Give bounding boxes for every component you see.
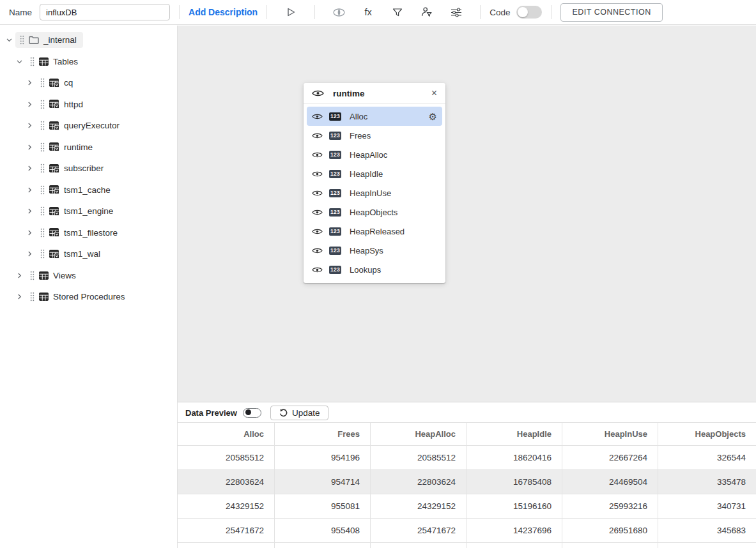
field-row-frees[interactable]: 123 Frees bbox=[307, 126, 442, 145]
drag-handle-icon[interactable] bbox=[20, 35, 24, 45]
field-label: HeapObjects bbox=[350, 208, 397, 217]
drag-handle-icon[interactable] bbox=[40, 78, 45, 88]
drag-handle-icon[interactable] bbox=[30, 271, 35, 280]
panel-header: runtime × bbox=[304, 83, 445, 104]
tree-item-internal[interactable]: _internal bbox=[0, 29, 177, 51]
tree-item-queryexecutor[interactable]: queryExecutor bbox=[0, 115, 177, 137]
chevron-right-icon[interactable] bbox=[26, 229, 34, 236]
chevron-down-icon[interactable] bbox=[15, 58, 24, 65]
chevron-right-icon[interactable] bbox=[26, 186, 34, 194]
chevron-right-icon[interactable] bbox=[26, 122, 34, 129]
tree-item-views[interactable]: Views bbox=[0, 265, 177, 287]
chevron-right-icon[interactable] bbox=[26, 208, 34, 215]
code-toggle[interactable] bbox=[516, 6, 542, 19]
table-cell: 22803624 bbox=[178, 470, 275, 494]
tree-item-tsm1-wal[interactable]: tsm1_wal bbox=[0, 243, 177, 265]
table-expand-icon bbox=[49, 121, 59, 130]
table-cell: 16785408 bbox=[467, 470, 562, 494]
close-icon[interactable]: × bbox=[431, 88, 437, 98]
field-row-heapidle[interactable]: 123 HeapIdle bbox=[307, 164, 442, 183]
tree-item-label: cq bbox=[64, 78, 73, 88]
chevron-right-icon[interactable] bbox=[15, 272, 24, 279]
number-type-icon: 123 bbox=[329, 112, 341, 121]
field-row-heapsys[interactable]: 123 HeapSys bbox=[307, 241, 442, 260]
drag-handle-icon[interactable] bbox=[30, 292, 35, 301]
eye-icon[interactable] bbox=[312, 228, 323, 235]
chevron-right-icon[interactable] bbox=[26, 144, 34, 151]
run-icon[interactable] bbox=[282, 3, 300, 21]
field-row-lookups[interactable]: 123 Lookups bbox=[307, 260, 442, 279]
tree-item-tsm1-cache[interactable]: tsm1_cache bbox=[0, 179, 177, 201]
table-expand-icon bbox=[49, 228, 59, 237]
drag-handle-icon[interactable] bbox=[40, 228, 45, 238]
name-input[interactable] bbox=[40, 4, 170, 20]
drag-handle-icon[interactable] bbox=[40, 206, 45, 216]
tree-item-subscriber[interactable]: subscriber bbox=[0, 158, 177, 179]
tree-item-runtime[interactable]: runtime bbox=[0, 137, 177, 158]
tree-item-label: Tables bbox=[53, 57, 78, 66]
drag-handle-icon[interactable] bbox=[40, 249, 45, 259]
drag-handle-icon[interactable] bbox=[40, 164, 45, 173]
table-row: 24329152 955081 24329152 15196160 259932… bbox=[178, 494, 756, 519]
eye-icon[interactable] bbox=[312, 209, 323, 216]
formula-icon[interactable]: fx bbox=[359, 3, 377, 21]
eye-icon[interactable] bbox=[312, 247, 323, 254]
add-description-link[interactable]: Add Description bbox=[189, 7, 258, 17]
drag-handle-icon[interactable] bbox=[40, 142, 45, 152]
table-cell: 25471672 bbox=[178, 519, 275, 542]
row-filter-icon[interactable] bbox=[418, 3, 436, 21]
field-row-heapalloc[interactable]: 123 HeapAlloc bbox=[307, 145, 442, 164]
chevron-right-icon[interactable] bbox=[26, 79, 34, 86]
divider bbox=[314, 5, 315, 19]
table-cell: 955081 bbox=[275, 494, 371, 518]
gear-icon[interactable]: ⚙ bbox=[429, 112, 437, 121]
table-expand-icon bbox=[49, 100, 59, 109]
column-header: Alloc bbox=[178, 423, 275, 445]
tree-item-tsm1-engine[interactable]: tsm1_engine bbox=[0, 201, 177, 222]
schema-tree-sidebar: _internal Tables cq httpd queryE bbox=[0, 26, 178, 548]
number-type-icon: 123 bbox=[329, 227, 341, 236]
eye-icon[interactable] bbox=[312, 132, 323, 139]
settings-sliders-icon[interactable] bbox=[447, 3, 465, 21]
chevron-down-icon[interactable] bbox=[5, 36, 13, 43]
eye-icon[interactable] bbox=[312, 113, 323, 120]
tree-item-tsm1-filestore[interactable]: tsm1_filestore bbox=[0, 222, 177, 244]
number-type-icon: 123 bbox=[329, 189, 341, 197]
table-expand-icon bbox=[49, 142, 59, 151]
eye-icon[interactable] bbox=[312, 190, 323, 197]
tree-item-cq[interactable]: cq bbox=[0, 72, 177, 94]
update-button[interactable]: Update bbox=[270, 406, 329, 420]
filter-icon[interactable] bbox=[389, 3, 406, 21]
drag-handle-icon[interactable] bbox=[30, 57, 35, 66]
field-row-heapreleased[interactable]: 123 HeapReleased bbox=[307, 222, 442, 241]
field-row-heapinuse[interactable]: 123 HeapInUse bbox=[307, 183, 442, 202]
tree-item-httpd[interactable]: httpd bbox=[0, 94, 177, 116]
chevron-right-icon[interactable] bbox=[26, 165, 34, 172]
chevron-right-icon[interactable] bbox=[15, 293, 24, 300]
tree-item-label: _internal bbox=[43, 35, 77, 45]
field-label: HeapIdle bbox=[350, 169, 383, 179]
tree-item-tables[interactable]: Tables bbox=[0, 51, 177, 73]
top-toolbar: Name Add Description fx Code EDIT CONNEC… bbox=[0, 0, 756, 25]
tree-item-stored-procedures[interactable]: Stored Procedures bbox=[0, 286, 177, 308]
edit-connection-button[interactable]: EDIT CONNECTION bbox=[560, 3, 662, 22]
chevron-right-icon[interactable] bbox=[26, 101, 34, 108]
chevron-right-icon[interactable] bbox=[26, 250, 34, 257]
drag-handle-icon[interactable] bbox=[40, 121, 45, 130]
table-cell: 24329152 bbox=[178, 494, 275, 518]
panel-title: runtime bbox=[333, 89, 365, 98]
tree-item-label: subscriber bbox=[64, 164, 104, 173]
field-row-heapobjects[interactable]: 123 HeapObjects bbox=[307, 202, 442, 222]
field-row-alloc[interactable]: 123 Alloc ⚙ bbox=[307, 107, 442, 126]
eye-icon[interactable] bbox=[312, 266, 323, 273]
eye-icon[interactable] bbox=[312, 151, 323, 158]
data-preview-toggle[interactable] bbox=[243, 408, 261, 418]
drag-handle-icon[interactable] bbox=[40, 100, 45, 109]
table-icon bbox=[39, 293, 49, 301]
drag-handle-icon[interactable] bbox=[40, 185, 45, 195]
eye-icon[interactable] bbox=[312, 89, 324, 97]
table-cell: 955408 bbox=[275, 519, 371, 542]
eye-icon[interactable] bbox=[312, 171, 323, 178]
table-cell: 340731 bbox=[658, 494, 756, 518]
columns-preview-icon[interactable] bbox=[330, 3, 348, 21]
